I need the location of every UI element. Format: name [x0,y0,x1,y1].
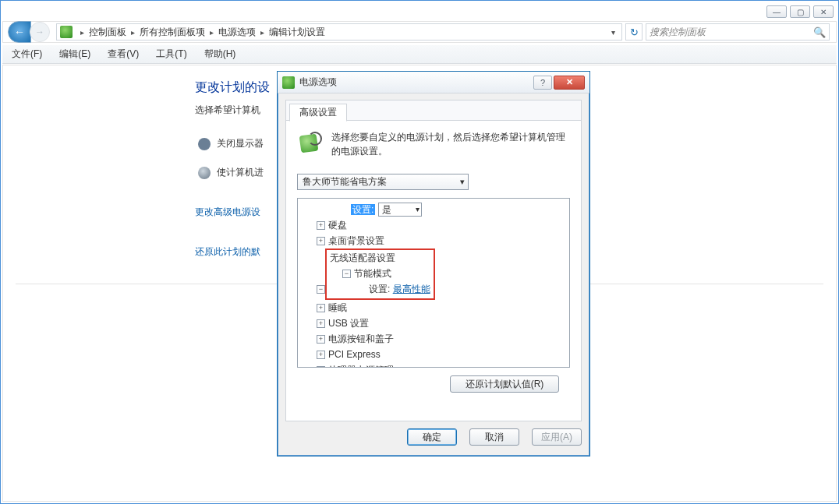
expand-icon[interactable]: + [317,319,325,328]
tree-item-power-mode[interactable]: −节能模式 [330,266,430,281]
search-placeholder: 搜索控制面板 [650,26,706,39]
menu-file[interactable]: 文件(F) [12,48,42,61]
ok-button[interactable]: 确定 [407,428,457,446]
control-panel-icon [60,26,73,38]
address-dropdown-icon[interactable]: ▾ [608,28,618,37]
apply-button[interactable]: 应用(A) [532,428,582,446]
dialog-description: 选择您要自定义的电源计划，然后选择您希望计算机管理的电源设置。 [331,130,570,158]
expand-icon[interactable]: + [317,237,325,245]
expand-icon[interactable]: + [317,221,325,230]
battery-icon [297,130,324,157]
expand-icon[interactable]: + [317,335,325,344]
tree-item-wifi-adapter[interactable]: −无线适配器设置 −节能模式 设置: 最高性能 [301,248,566,300]
menu-tools[interactable]: 工具(T) [156,48,186,61]
chevron-right-icon: ▸ [260,28,264,37]
search-input[interactable]: 搜索控制面板 🔍 [646,23,830,41]
menu-bar: 文件(F) 编辑(E) 查看(V) 工具(T) 帮助(H) [2,45,837,64]
menu-edit[interactable]: 编辑(E) [59,48,90,61]
tree-power-mode-setting[interactable]: 设置: 最高性能 [330,281,430,297]
breadcrumb[interactable]: 编辑计划设置 [269,26,325,39]
power-options-dialog: 电源选项 ? ✕ 高级设置 选择您要自定义的电源计划，然后选择您希望计算机管理的… [277,71,590,456]
dialog-title: 电源选项 [299,76,337,89]
dialog-body: 高级设置 选择您要自定义的电源计划，然后选择您希望计算机管理的电源设置。 鲁大师… [285,100,582,421]
chevron-right-icon: ▸ [210,28,214,37]
window-controls: — ▢ ✕ [766,5,834,18]
menu-view[interactable]: 查看(V) [108,48,139,61]
expand-icon[interactable]: + [317,304,325,312]
refresh-button[interactable]: ↻ [625,23,643,41]
menu-help[interactable]: 帮助(H) [204,48,236,61]
tree-item-sleep[interactable]: +睡眠 [301,300,566,315]
monitor-icon [198,138,211,150]
tree-item-cpu[interactable]: +处理器电源管理 [301,362,566,368]
setting-label: 设置: [351,204,375,215]
tree-item-pci[interactable]: +PCI Express [301,347,566,362]
window-close-button[interactable]: ✕ [813,5,834,18]
sleep-icon [198,167,211,179]
option-label: 使计算机进 [217,166,264,179]
tree-item-power-button[interactable]: +电源按钮和盖子 [301,331,566,347]
dialog-cancel-button[interactable]: 取消 [469,428,519,446]
tree-item-hdd[interactable]: +硬盘 [301,217,566,233]
breadcrumb[interactable]: 所有控制面板项 [140,26,205,39]
tree-item-desktop-bg[interactable]: +桌面背景设置 [301,233,566,248]
address-bar[interactable]: ▸ 控制面板 ▸ 所有控制面板项 ▸ 电源选项 ▸ 编辑计划设置 ▾ [56,23,622,41]
power-plan-select[interactable]: 鲁大师节能省电方案 [297,174,469,190]
setting-dropdown[interactable]: 是 [378,203,422,217]
tab-strip: 高级设置 [286,100,581,121]
dialog-titlebar[interactable]: 电源选项 ? ✕ [278,72,589,93]
nav-forward-button[interactable]: → [30,22,50,42]
tab-advanced[interactable]: 高级设置 [289,104,347,122]
search-icon[interactable]: 🔍 [813,26,826,38]
dialog-footer: 确定 取消 应用(A) [285,426,582,448]
tree-setting-row[interactable]: 设置: 是 [301,202,566,217]
nav-row: ← → ▸ 控制面板 ▸ 所有控制面板项 ▸ 电源选项 ▸ 编辑计划设置 ▾ ↻… [2,21,837,43]
option-label: 关闭显示器 [217,137,264,150]
dialog-help-button[interactable]: ? [533,76,552,90]
dialog-close-button[interactable]: ✕ [554,76,585,90]
tree-item-usb[interactable]: +USB 设置 [301,315,566,331]
collapse-icon[interactable]: − [317,285,325,294]
settings-tree[interactable]: 设置: 是 +硬盘 +桌面背景设置 −无线适配器设置 −节能模式 设置: [297,198,570,368]
chevron-right-icon: ▸ [80,28,84,37]
breadcrumb[interactable]: 电源选项 [218,26,256,39]
power-icon [282,76,295,89]
nav-back-button[interactable]: ← [8,21,31,43]
expand-icon[interactable]: + [317,351,325,359]
restore-defaults-button[interactable]: 还原计划默认值(R) [450,375,559,393]
chevron-right-icon: ▸ [131,28,135,37]
setting-value-link[interactable]: 最高性能 [393,284,430,294]
collapse-icon[interactable]: − [342,270,351,278]
maximize-button[interactable]: ▢ [790,5,810,18]
minimize-button[interactable]: — [766,5,787,18]
breadcrumb[interactable]: 控制面板 [89,26,126,39]
